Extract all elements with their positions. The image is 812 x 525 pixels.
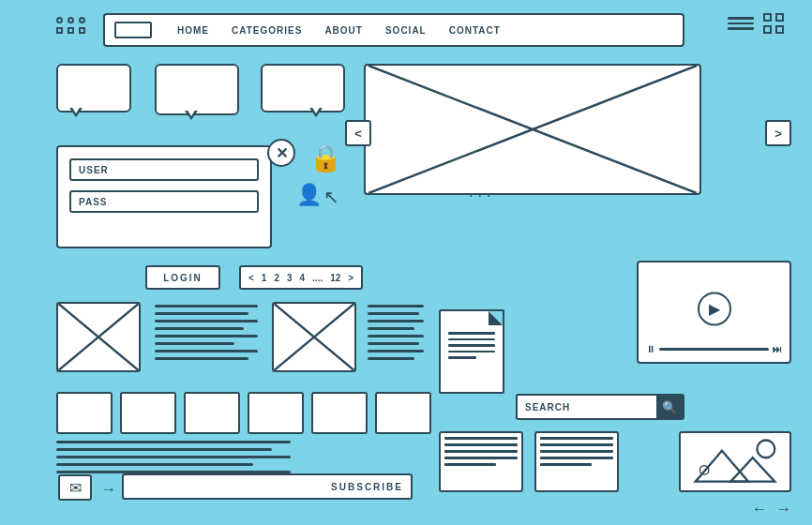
cursor-icon: ↖ xyxy=(323,186,339,208)
speech-bubble-2 xyxy=(155,64,239,115)
hero-image xyxy=(364,64,701,195)
video-controls: ⏸ ⏭ xyxy=(646,341,782,356)
username-field[interactable]: USER xyxy=(69,158,259,181)
subscribe-bar: SUBSCRIBE xyxy=(122,473,413,500)
carousel-prev-button[interactable]: < xyxy=(345,120,371,146)
main-canvas: HOME CATEGORIES ABOUT SOCIAL CONTACT xyxy=(0,0,812,525)
thumbnail-2 xyxy=(120,392,176,434)
skip-icon[interactable]: ⏭ xyxy=(773,344,782,354)
subscribe-label[interactable]: SUBSCRIBE xyxy=(331,482,403,492)
search-button[interactable]: 🔍 xyxy=(656,395,683,419)
page-last[interactable]: 12 xyxy=(330,273,340,283)
page-prev[interactable]: < xyxy=(248,273,254,283)
arrow-right-icon[interactable]: → xyxy=(776,501,791,518)
search-label: SEARCH xyxy=(518,402,656,412)
nav-item-social[interactable]: SOCIAL xyxy=(385,25,427,36)
login-form: USER PASS xyxy=(56,145,272,248)
carousel-next-button[interactable]: > xyxy=(765,120,791,146)
nav-item-categories[interactable]: CATEGORIES xyxy=(232,25,302,36)
user-icon: 👤 xyxy=(296,183,322,207)
nav-logo xyxy=(114,22,152,38)
document-icon xyxy=(439,309,504,394)
page-ellipsis: .... xyxy=(312,273,323,283)
password-field[interactable]: PASS xyxy=(69,190,259,213)
page-1[interactable]: 1 xyxy=(262,273,267,283)
nav-bar: HOME CATEGORIES ABOUT SOCIAL CONTACT xyxy=(103,13,684,47)
hamburger-icon xyxy=(728,17,754,30)
text-lines-block-2 xyxy=(368,305,424,360)
thumbnail-boxes xyxy=(56,392,431,434)
speech-bubble-3 xyxy=(261,64,345,112)
nav-item-home[interactable]: HOME xyxy=(177,25,209,36)
bottom-arrows: ← → xyxy=(752,501,791,518)
thumbnail-3 xyxy=(184,392,240,434)
page-3[interactable]: 3 xyxy=(287,273,293,283)
thumbnail-1 xyxy=(56,392,113,434)
search-bar[interactable]: SEARCH 🔍 xyxy=(516,394,684,420)
page-next[interactable]: > xyxy=(348,273,353,283)
nav-item-contact[interactable]: CONTACT xyxy=(449,25,501,36)
arrow-left-icon[interactable]: ← xyxy=(752,501,767,518)
close-button[interactable]: ✕ xyxy=(267,139,295,167)
image-card-2 xyxy=(272,302,356,372)
thumbnail-5 xyxy=(311,392,368,434)
dots-grid-icon xyxy=(56,17,85,38)
search-icon: 🔍 xyxy=(662,400,677,414)
page-2[interactable]: 2 xyxy=(274,273,279,283)
svg-point-8 xyxy=(757,441,774,458)
thumbnail-4 xyxy=(248,392,304,434)
text-lines-block xyxy=(155,305,258,360)
image-card-1 xyxy=(56,302,141,372)
pause-icon[interactable]: ⏸ xyxy=(646,344,655,354)
content-block-2 xyxy=(534,431,619,492)
content-block-1 xyxy=(439,431,523,492)
page-4[interactable]: 4 xyxy=(300,273,306,283)
right-nav-icons xyxy=(728,13,784,34)
video-player: ▶ ⏸ ⏭ xyxy=(637,261,791,364)
login-button[interactable]: LOGIN xyxy=(145,265,220,290)
carousel-dots: ... xyxy=(469,184,495,201)
image-bottom-right xyxy=(679,431,791,492)
email-icon: ✉ xyxy=(58,474,92,501)
subscribe-arrow-icon: → xyxy=(101,481,116,498)
pagination: < 1 2 3 4 .... 12 > xyxy=(239,265,363,290)
thumbnail-6 xyxy=(375,392,431,434)
speech-bubble-1 xyxy=(56,64,131,112)
bottom-text-lines xyxy=(56,441,291,473)
video-play-button[interactable]: ▶ xyxy=(698,292,731,325)
lock-icon: 🔒 xyxy=(309,142,342,173)
nav-item-about[interactable]: ABOUT xyxy=(324,25,363,36)
